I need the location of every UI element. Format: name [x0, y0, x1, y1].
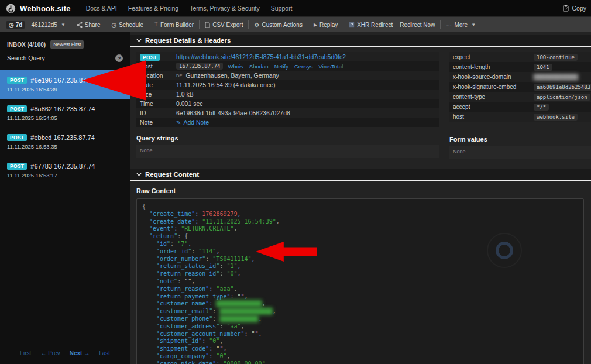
whois-link[interactable]: Whois	[228, 63, 243, 70]
code-line: "cargo_company": "0",	[142, 353, 578, 360]
header-value: */*	[534, 104, 549, 111]
toolbar-separator	[343, 20, 343, 29]
request-list-item[interactable]: POST#6e196 167.235.87.7411.11.2025 16:54…	[0, 70, 130, 99]
id-label: ID	[140, 109, 176, 116]
request-title: #6e196 167.235.87.74	[30, 77, 95, 84]
header-name: x-hook-signature-embed	[453, 84, 534, 90]
gear-icon: ⚙	[254, 22, 259, 28]
replay-button[interactable]: ▶ Replay	[314, 22, 338, 28]
more-button[interactable]: ⋯ More ▼	[446, 22, 476, 28]
request-list: POST#6e196 167.235.87.7411.11.2025 16:54…	[0, 70, 130, 185]
pagination-last[interactable]: Last	[99, 350, 110, 356]
nav-link-terms[interactable]: Terms, Privacy & Security	[190, 5, 260, 12]
requests-sidebar: INBOX (4/100) Newest First ? POST#6e196 …	[0, 32, 130, 364]
request-date: 11.11.2025 16:54:05	[7, 115, 123, 121]
brand-logo[interactable]: Webhook.site	[6, 4, 71, 13]
request-list-item[interactable]: POST#ebbcd 167.235.87.7411.11.2025 16:53…	[0, 128, 130, 156]
token-id-label: 461212d5	[31, 22, 57, 28]
add-note-link[interactable]: Add Note	[183, 119, 209, 126]
header-row: content-length1041	[449, 62, 591, 72]
method-badge: POST	[140, 54, 160, 61]
toolbar-separator	[149, 20, 149, 29]
header-row: x-hook-signature-embedaa60691e8d2b254837…	[449, 82, 591, 92]
copy-button[interactable]: Copy	[563, 5, 586, 12]
date-label: Date	[140, 81, 176, 88]
toolbar-separator	[308, 20, 308, 29]
censys-link[interactable]: Censys	[294, 63, 313, 70]
xhr-redirect-label: XHR Redirect	[357, 22, 393, 28]
date-value: 11.11.2025 16:54:39 (4 dakika önce)	[176, 81, 276, 88]
request-id-value: 6e19638d-1bff-493a-94ae-0562367027d8	[176, 109, 290, 116]
webhook-logo-icon	[6, 4, 16, 13]
section-title: Request Details & Headers	[145, 37, 231, 44]
code-line: "return_reason": "aaa",	[142, 286, 578, 293]
chevron-down-icon	[136, 173, 142, 176]
nav-link-pricing[interactable]: Features & Pricing	[128, 5, 178, 12]
pagination-next[interactable]: Next →	[70, 350, 90, 356]
method-badge: POST	[7, 105, 27, 112]
code-line: "id": "7",	[142, 241, 578, 248]
replay-label: Replay	[319, 22, 338, 28]
code-line: "customer_account_number": "",	[142, 331, 578, 338]
request-details-table: POST https://webhook.site/461212d5-f875-…	[136, 52, 439, 159]
method-badge: POST	[7, 163, 27, 170]
section-header-details[interactable]: Request Details & Headers	[130, 35, 591, 47]
clipboard-icon	[563, 5, 569, 12]
request-date: 11.11.2025 16:53:17	[7, 172, 123, 178]
request-title: #67783 167.235.87.74	[30, 163, 95, 170]
code-line: "customer_address": "aa",	[142, 323, 578, 331]
pagination-first[interactable]: First	[20, 350, 31, 356]
nav-link-support[interactable]: Support	[271, 5, 293, 12]
header-row: expect100-continue	[449, 52, 591, 62]
form-values-none: None	[449, 146, 591, 159]
request-url-link[interactable]: https://webhook.site/461212d5-f875-41a1-…	[176, 53, 346, 60]
request-list-item[interactable]: POST#67783 167.235.87.7411.11.2025 16:53…	[0, 156, 130, 185]
request-title: #8a862 167.235.87.74	[30, 105, 95, 112]
ellipsis-icon: ⋯	[446, 22, 452, 28]
header-value: 1041	[534, 64, 552, 71]
header-row: content-typeapplication/json	[449, 92, 591, 102]
sort-order-badge[interactable]: Newest First	[50, 40, 84, 49]
inbox-count-label: INBOX (4/100)	[7, 42, 46, 48]
code-line: "customer_phone": ███████████,	[142, 315, 578, 323]
nav-link-docs[interactable]: Docs & API	[86, 5, 117, 12]
code-line: "order_number": "TS0411114",	[142, 256, 578, 263]
share-button[interactable]: Share	[77, 22, 101, 28]
host-ip-value: 167.235.87.74	[176, 63, 223, 70]
size-label: Size	[140, 91, 176, 98]
header-row: x-hook-source-domain██████████████	[449, 72, 591, 82]
raw-content-code[interactable]: {"create_time": 1762869279,"create_date"…	[136, 198, 584, 364]
share-icon	[77, 22, 83, 28]
form-builder-icon: ⌶	[154, 21, 158, 28]
request-list-item[interactable]: POST#8a862 167.235.87.7411.11.2025 16:54…	[0, 99, 130, 128]
detail-row-note: Note ✎ Add Note	[136, 118, 439, 127]
token-expiry-badge: ◷ 7d	[6, 21, 25, 29]
header-name: host	[453, 114, 534, 120]
form-builder-button[interactable]: ⌶ Form Builder	[154, 21, 194, 28]
search-help-icon[interactable]: ?	[115, 54, 123, 62]
detail-row-time: Time 0.001 sec	[136, 99, 439, 108]
redirect-now-button[interactable]: Redirect Now	[400, 22, 435, 28]
pagination-prev[interactable]: ← Prev	[40, 350, 60, 356]
form-values-title: Form values	[449, 136, 591, 143]
virustotal-link[interactable]: VirusTotal	[319, 63, 343, 70]
note-label: Note	[140, 119, 176, 126]
token-dropdown[interactable]: ◷ 7d 461212d5 ▼	[6, 21, 66, 29]
schedule-button[interactable]: ◷ Schedule	[112, 22, 143, 28]
netify-link[interactable]: Netify	[274, 63, 288, 70]
request-headers-table: expect100-continuecontent-length1041x-ho…	[449, 52, 591, 159]
code-line: "return_payment_type": "",	[142, 293, 578, 301]
brand-name[interactable]: Webhook.site	[20, 4, 71, 13]
section-header-content[interactable]: Request Content	[130, 169, 591, 181]
code-line: "create_date": "11.11.2025 16:54:39",	[142, 218, 578, 226]
custom-actions-button[interactable]: ⚙ Custom Actions	[254, 22, 302, 28]
detail-row-date: Date 11.11.2025 16:54:39 (4 dakika önce)	[136, 80, 439, 90]
copy-label: Copy	[572, 5, 586, 12]
xhr-redirect-button[interactable]: XHR Redirect	[349, 22, 393, 28]
query-strings-title: Query strings	[136, 135, 439, 142]
search-input[interactable]	[7, 53, 111, 63]
top-navbar: Webhook.site Docs & API Features & Prici…	[0, 0, 591, 16]
csv-export-button[interactable]: CSV Export	[205, 22, 243, 28]
code-line: "return": {	[142, 233, 578, 241]
shodan-link[interactable]: Shodan	[249, 63, 269, 70]
